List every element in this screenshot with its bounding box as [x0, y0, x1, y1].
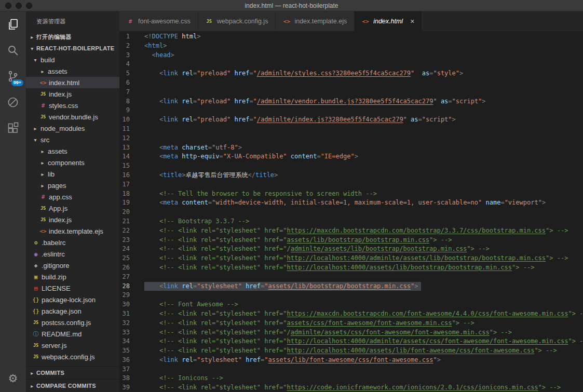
folder-components[interactable]: ▸components: [26, 157, 119, 168]
commits-label: COMMITS: [36, 370, 64, 376]
chevron-right-icon: ▸: [28, 383, 36, 389]
folder-lib[interactable]: ▸lib: [26, 168, 119, 180]
file-index.template.ejs[interactable]: <>index.template.ejs: [26, 225, 119, 237]
file-build.zip[interactable]: ▣build.zip: [26, 271, 119, 282]
file-postcss.config.js[interactable]: JSpostcss.config.js: [26, 317, 119, 328]
js-file-icon: JS: [31, 320, 40, 325]
code-line[interactable]: 30 <!-- Font Awesome -->: [119, 300, 583, 309]
code-line[interactable]: 16 <title>卓越零售后台管理系统</title>: [119, 171, 583, 180]
code-line[interactable]: 24 <!-- <link rel="stylesheet" href="/ad…: [119, 245, 583, 254]
file-README.md[interactable]: ⓘREADME.md: [26, 328, 119, 340]
code-line[interactable]: 20: [119, 208, 583, 217]
file-LICENSE[interactable]: ▤LICENSE: [26, 282, 119, 294]
debug-icon: [6, 96, 20, 109]
chevron-down-icon: ▾: [28, 46, 36, 51]
code-line[interactable]: 25 <!-- <link rel="stylesheet" href="htt…: [119, 254, 583, 263]
commits-section-header[interactable]: ▸ COMMITS: [26, 366, 119, 379]
activity-debug-button[interactable]: [0, 89, 26, 115]
file-index.js[interactable]: JSindex.js: [26, 88, 119, 100]
tab-index.html[interactable]: <>index.html×: [355, 11, 422, 31]
code-line[interactable]: 32 <!-- <link rel="stylesheet" href="ass…: [119, 319, 583, 328]
code-line[interactable]: 29: [119, 291, 583, 300]
file-index.html[interactable]: <>index.html: [26, 77, 119, 88]
code-line[interactable]: 34 <!-- <link rel="stylesheet" href="htt…: [119, 337, 583, 346]
code-line[interactable]: 39 <!-- <link rel="stylesheet" href="htt…: [119, 383, 583, 392]
zip-file-icon: ▣: [31, 274, 40, 280]
folder-assets[interactable]: ▸assets: [26, 145, 119, 157]
code-line[interactable]: 7: [119, 88, 583, 97]
code-line[interactable]: 31 <!-- <link rel="stylesheet" href="htt…: [119, 309, 583, 319]
code-line[interactable]: 11: [119, 125, 583, 134]
code-line[interactable]: 13 <meta charset="utf-8">: [119, 143, 583, 153]
file-index.js[interactable]: JSindex.js: [26, 214, 119, 225]
file-package.json[interactable]: {}package.json: [26, 305, 119, 317]
close-window-button[interactable]: [5, 3, 11, 9]
code-line[interactable]: 2<html>: [119, 42, 583, 51]
code-line[interactable]: 37: [119, 365, 583, 374]
tab-index.template.ejs[interactable]: <>index.template.ejs: [276, 11, 355, 31]
file-.eslintrc[interactable]: ◉.eslintrc: [26, 248, 119, 260]
minimize-window-button[interactable]: [16, 3, 22, 9]
code-line[interactable]: 36 <link rel="stylesheet" href="assets/l…: [119, 356, 583, 365]
md-file-icon: ⓘ: [31, 330, 40, 338]
code-line[interactable]: 15: [119, 161, 583, 171]
code-line[interactable]: 12: [119, 134, 583, 143]
code-line[interactable]: 10 <link rel="preload" href="/adminlte/i…: [119, 115, 583, 125]
file-App.js[interactable]: JSApp.js: [26, 202, 119, 214]
folder-pages[interactable]: ▸pages: [26, 180, 119, 191]
css-file-icon: #: [38, 102, 48, 109]
code-line[interactable]: 5 <link rel="preload" href="/adminlte/st…: [119, 69, 583, 78]
file-package-lock.json[interactable]: {}package-lock.json: [26, 294, 119, 305]
zoom-window-button[interactable]: [26, 3, 32, 9]
chevron-right-icon: ▸: [31, 126, 39, 131]
file-vendor.bundle.js[interactable]: JSvendor.bundle.js: [26, 111, 119, 123]
root-folder-header[interactable]: ▾REACT-HOT-BOILERPLATE: [26, 43, 119, 54]
file-.gitignore[interactable]: ◆.gitignore: [26, 260, 119, 271]
code-line[interactable]: 8 <link rel="preload" href="/adminlte/ve…: [119, 97, 583, 106]
activity-source-control-button[interactable]: 99+: [0, 63, 26, 89]
file-.babelrc[interactable]: ⚙.babelrc: [26, 237, 119, 248]
compare-commits-section-header[interactable]: ▸ COMPARE COMMITS: [26, 379, 119, 392]
activity-extensions-button[interactable]: [0, 115, 26, 141]
code-line[interactable]: 22 <!-- <link rel="stylesheet" href="htt…: [119, 226, 583, 236]
babel-file-icon: ⚙: [31, 239, 40, 246]
line-number: 26: [119, 263, 138, 273]
folder-assets[interactable]: ▸assets: [26, 65, 119, 77]
code-line[interactable]: 28 <link rel="stylesheet" href="assets/l…: [119, 282, 583, 291]
file-webpack.config.js[interactable]: JSwebpack.config.js: [26, 351, 119, 362]
code-editor[interactable]: 1<!DOCTYPE html>2<html>3 <head>45 <link …: [119, 31, 583, 392]
file-server.js[interactable]: JSserver.js: [26, 340, 119, 351]
code-line[interactable]: 18 <!-- Tell the browser to be responsiv…: [119, 190, 583, 199]
line-number: 23: [119, 236, 138, 245]
search-icon: [6, 44, 20, 57]
open-editors-header[interactable]: ▸打开的编辑器: [26, 31, 119, 43]
code-line[interactable]: 26 <!-- <link rel="stylesheet" href="htt…: [119, 263, 583, 273]
folder-src[interactable]: ▾src: [26, 134, 119, 145]
code-line[interactable]: 9: [119, 106, 583, 115]
code-line[interactable]: 33 <!-- <link rel="stylesheet" href="/ad…: [119, 328, 583, 337]
folder-node_modules[interactable]: ▸node_modules: [26, 123, 119, 134]
code-line[interactable]: 23 <!-- <link rel="stylesheet" href="ass…: [119, 236, 583, 245]
tab-webpack.config.js[interactable]: JSwebpack.config.js: [198, 11, 276, 31]
code-line[interactable]: 17: [119, 180, 583, 190]
file-styles.css[interactable]: #styles.css: [26, 100, 119, 111]
code-line[interactable]: 4: [119, 60, 583, 69]
code-line[interactable]: 38 <!-- Ionicons -->: [119, 374, 583, 383]
code-line[interactable]: 35 <!-- <link rel="stylesheet" href="htt…: [119, 346, 583, 356]
line-number: 24: [119, 245, 138, 254]
code-line[interactable]: 14 <meta http-equiv="X-UA-Compatible" co…: [119, 152, 583, 161]
tab-font-awesome.css[interactable]: #font-awesome.css: [119, 11, 198, 31]
close-tab-icon[interactable]: ×: [410, 18, 414, 25]
code-line[interactable]: 6: [119, 78, 583, 88]
code-line[interactable]: 19 <meta content="width=device-width, in…: [119, 198, 583, 208]
gear-icon: ⚙: [8, 372, 18, 385]
code-line[interactable]: 1<!DOCTYPE html>: [119, 32, 583, 42]
activity-search-button[interactable]: [0, 37, 26, 63]
code-line[interactable]: 3 <head>: [119, 51, 583, 60]
file-app.css[interactable]: #app.css: [26, 191, 119, 202]
code-line[interactable]: 21 <!-- Bootstrap 3.3.7 -->: [119, 217, 583, 226]
folder-build[interactable]: ▾build: [26, 54, 119, 65]
activity-explorer-button[interactable]: [0, 11, 26, 37]
settings-button[interactable]: ⚙: [0, 368, 26, 389]
code-line[interactable]: 27: [119, 273, 583, 282]
